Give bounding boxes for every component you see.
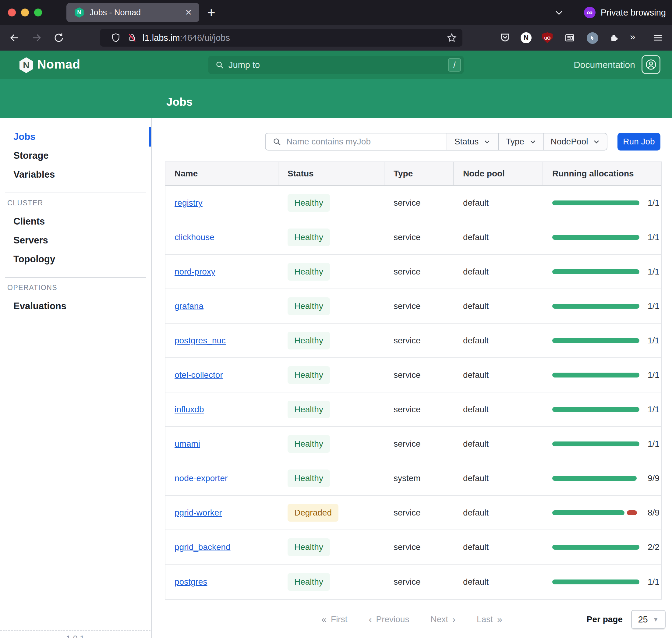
job-name-link[interactable]: clickhouse xyxy=(174,233,215,242)
job-node-pool: default xyxy=(453,439,542,449)
status-badge: Healthy xyxy=(288,435,330,453)
tracking-shield-icon[interactable] xyxy=(111,33,121,43)
table-row: pgrid_backend Healthy service default 2/… xyxy=(165,530,661,565)
job-name-link[interactable]: nord-proxy xyxy=(174,267,215,276)
sidebar-item-jobs[interactable]: Jobs xyxy=(0,127,151,146)
back-icon[interactable] xyxy=(9,32,20,43)
job-name-link[interactable]: umami xyxy=(174,439,200,449)
job-name-link[interactable]: postgres xyxy=(174,577,207,587)
minimize-window-button[interactable] xyxy=(21,9,29,16)
jump-to-input[interactable] xyxy=(229,60,448,70)
zoom-window-button[interactable] xyxy=(34,9,42,16)
column-header-node-pool[interactable]: Node pool xyxy=(453,162,542,185)
nomad-brand[interactable]: Nomad xyxy=(37,57,80,72)
column-header-status[interactable]: Status xyxy=(278,162,384,185)
n-extension-icon[interactable]: N xyxy=(521,32,532,43)
browser-tab[interactable]: N Jobs - Nomad ✕ xyxy=(66,3,199,22)
overflow-chevrons-icon[interactable]: » xyxy=(630,31,641,42)
column-header-name[interactable]: Name xyxy=(165,162,278,185)
url-text[interactable]: l1.labs.im:4646/ui/jobs xyxy=(142,33,230,43)
job-name-link[interactable]: influxdb xyxy=(174,405,204,414)
sidebar-item-servers[interactable]: Servers xyxy=(0,231,151,250)
sidebar-item-evaluations[interactable]: Evaluations xyxy=(0,297,151,316)
last-arrows-icon: » xyxy=(497,614,502,625)
sidebar-item-clients[interactable]: Clients xyxy=(0,212,151,231)
private-browsing-label: Private browsing xyxy=(601,7,666,18)
insecure-lock-icon[interactable] xyxy=(127,33,137,43)
sidebar-item-storage[interactable]: Storage xyxy=(0,146,151,165)
job-type: service xyxy=(384,370,453,380)
alloc-count: 1/1 xyxy=(648,198,659,208)
job-node-pool: default xyxy=(453,577,542,587)
url-bar[interactable]: l1.labs.im:4646/ui/jobs xyxy=(100,29,463,47)
close-window-button[interactable] xyxy=(8,9,16,16)
type-filter-dropdown[interactable]: Type xyxy=(499,133,544,151)
allocations-bar xyxy=(552,545,639,550)
list-tabs-chevron-icon[interactable] xyxy=(554,7,564,19)
url-path: :4646/ui/jobs xyxy=(180,33,230,43)
job-search-box[interactable] xyxy=(265,133,447,151)
jump-to-search[interactable]: / xyxy=(208,56,464,74)
forward-icon[interactable] xyxy=(31,32,42,43)
table-row: nord-proxy Healthy service default 1/1 xyxy=(165,255,661,289)
status-badge: Healthy xyxy=(288,194,330,212)
job-name-link[interactable]: postgres_nuc xyxy=(174,336,226,345)
last-page-button[interactable]: Last» xyxy=(477,614,502,625)
browser-toolbar: l1.labs.im:4646/ui/jobs N uO » xyxy=(0,25,672,51)
column-header-running-allocations[interactable]: Running allocations xyxy=(542,162,661,185)
ublock-icon[interactable]: uO xyxy=(542,32,553,43)
job-name-link[interactable]: pgrid_backend xyxy=(174,542,231,552)
allocations-bar xyxy=(552,269,639,274)
close-tab-icon[interactable]: ✕ xyxy=(185,7,192,17)
type-filter-label: Type xyxy=(506,137,524,147)
documentation-link[interactable]: Documentation xyxy=(574,60,635,70)
alloc-count: 8/9 xyxy=(648,508,659,518)
job-name-link[interactable]: pgrid-worker xyxy=(174,508,222,517)
job-type: service xyxy=(384,301,453,311)
private-browsing-indicator: ∞ Private browsing xyxy=(584,0,666,25)
job-type: service xyxy=(384,336,453,346)
job-name-link[interactable]: registry xyxy=(174,198,203,207)
bookmark-star-icon[interactable] xyxy=(447,33,457,43)
job-type: service xyxy=(384,198,453,208)
status-badge: Healthy xyxy=(288,401,330,418)
next-page-button[interactable]: Next› xyxy=(431,614,455,625)
status-filter-dropdown[interactable]: Status xyxy=(447,133,499,151)
first-arrows-icon: « xyxy=(321,614,326,625)
window-controls[interactable] xyxy=(8,9,42,16)
per-page-select[interactable]: 25 ▼ xyxy=(631,610,666,629)
job-name-link[interactable]: node-exporter xyxy=(174,473,228,483)
alloc-count: 1/1 xyxy=(648,439,659,449)
job-node-pool: default xyxy=(453,301,542,311)
hamburger-menu-icon[interactable] xyxy=(653,32,663,43)
cursor-extension-icon[interactable] xyxy=(587,32,598,43)
alloc-bar-green xyxy=(552,200,639,205)
sidebar-item-topology[interactable]: Topology xyxy=(0,250,151,269)
new-tab-button[interactable]: + xyxy=(207,4,215,21)
run-job-button[interactable]: Run Job xyxy=(618,133,660,151)
previous-page-button[interactable]: ‹Previous xyxy=(369,614,409,625)
allocations-bar xyxy=(552,580,639,584)
reload-icon[interactable] xyxy=(53,32,64,43)
extensions-puzzle-icon[interactable] xyxy=(609,32,620,43)
nomad-favicon-icon: N xyxy=(74,7,84,18)
nomad-logo-icon[interactable]: N xyxy=(19,57,34,73)
column-header-type[interactable]: Type xyxy=(384,162,453,185)
first-page-button[interactable]: «First xyxy=(321,614,347,625)
pocket-icon[interactable] xyxy=(500,32,510,43)
allocations-bar xyxy=(552,373,639,377)
status-badge: Degraded xyxy=(288,504,338,522)
alloc-bar-green xyxy=(552,338,639,343)
job-search-input[interactable] xyxy=(286,137,447,147)
profile-button[interactable] xyxy=(641,55,660,74)
nodepool-filter-dropdown[interactable]: NodePool xyxy=(544,133,607,151)
job-type: service xyxy=(384,542,453,552)
reader-newspaper-icon[interactable] xyxy=(564,32,575,43)
alloc-bar-green xyxy=(552,407,639,412)
table-row: pgrid-worker Degraded service default 8/… xyxy=(165,496,661,530)
sidebar-item-variables[interactable]: Variables xyxy=(0,165,151,184)
per-page-value: 25 xyxy=(638,615,648,625)
sidebar-divider xyxy=(5,192,146,193)
job-name-link[interactable]: grafana xyxy=(174,301,203,311)
job-name-link[interactable]: otel-collector xyxy=(174,370,223,380)
